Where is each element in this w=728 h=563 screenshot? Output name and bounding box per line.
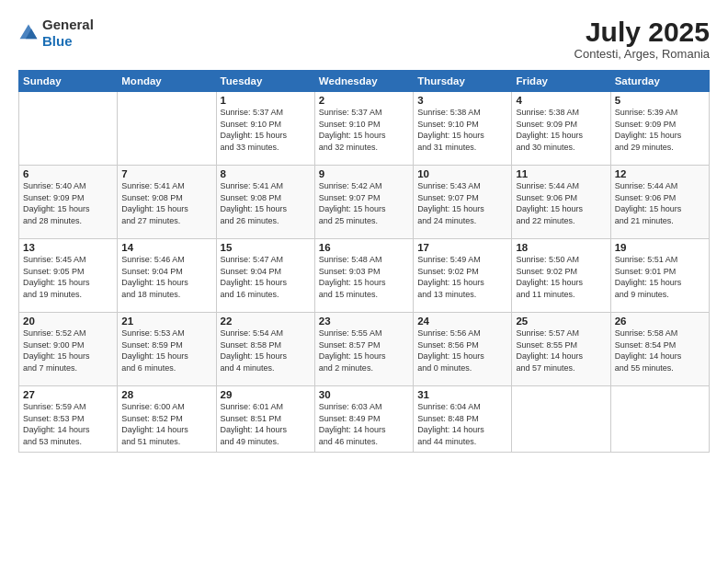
- table-row: [610, 386, 709, 453]
- day-number: 29: [221, 389, 311, 400]
- day-info: Sunrise: 5:58 AM Sunset: 8:54 PM Dayligh…: [615, 327, 705, 373]
- logo-blue: Blue: [42, 33, 73, 49]
- table-row: 21Sunrise: 5:53 AM Sunset: 8:59 PM Dayli…: [118, 313, 216, 386]
- day-info: Sunrise: 6:03 AM Sunset: 8:49 PM Dayligh…: [319, 401, 409, 447]
- table-row: 23Sunrise: 5:55 AM Sunset: 8:57 PM Dayli…: [314, 313, 413, 386]
- logo: General Blue: [18, 17, 94, 50]
- day-number: 23: [319, 316, 409, 327]
- day-number: 6: [23, 168, 113, 179]
- day-number: 30: [319, 389, 409, 400]
- day-number: 21: [121, 316, 211, 327]
- logo-icon: [18, 23, 39, 43]
- day-info: Sunrise: 5:41 AM Sunset: 9:08 PM Dayligh…: [121, 180, 211, 226]
- logo-text: General Blue: [42, 17, 94, 50]
- table-row: 15Sunrise: 5:47 AM Sunset: 9:04 PM Dayli…: [216, 239, 314, 313]
- day-info: Sunrise: 5:44 AM Sunset: 9:06 PM Dayligh…: [615, 180, 705, 226]
- location: Contesti, Arges, Romania: [574, 47, 710, 61]
- col-friday: Friday: [512, 71, 610, 92]
- table-row: 3Sunrise: 5:38 AM Sunset: 9:10 PM Daylig…: [414, 92, 512, 166]
- day-number: 5: [615, 95, 705, 106]
- day-info: Sunrise: 5:55 AM Sunset: 8:57 PM Dayligh…: [319, 327, 409, 373]
- day-number: 1: [221, 95, 311, 106]
- calendar-week-row: 6Sunrise: 5:40 AM Sunset: 9:09 PM Daylig…: [19, 166, 710, 239]
- table-row: 27Sunrise: 5:59 AM Sunset: 8:53 PM Dayli…: [19, 386, 118, 453]
- day-info: Sunrise: 5:45 AM Sunset: 9:05 PM Dayligh…: [23, 254, 113, 300]
- day-info: Sunrise: 5:37 AM Sunset: 9:10 PM Dayligh…: [319, 107, 409, 153]
- title-block: July 2025 Contesti, Arges, Romania: [574, 17, 710, 61]
- day-number: 14: [121, 242, 211, 253]
- table-row: 12Sunrise: 5:44 AM Sunset: 9:06 PM Dayli…: [610, 166, 709, 239]
- day-number: 27: [23, 389, 113, 400]
- day-info: Sunrise: 5:37 AM Sunset: 9:10 PM Dayligh…: [221, 107, 311, 153]
- table-row: 1Sunrise: 5:37 AM Sunset: 9:10 PM Daylig…: [216, 92, 314, 166]
- day-info: Sunrise: 6:04 AM Sunset: 8:48 PM Dayligh…: [417, 401, 507, 447]
- day-info: Sunrise: 5:43 AM Sunset: 9:07 PM Dayligh…: [417, 180, 507, 226]
- day-info: Sunrise: 5:42 AM Sunset: 9:07 PM Dayligh…: [319, 180, 409, 226]
- table-row: [19, 92, 118, 166]
- table-row: 8Sunrise: 5:41 AM Sunset: 9:08 PM Daylig…: [216, 166, 314, 239]
- table-row: 22Sunrise: 5:54 AM Sunset: 8:58 PM Dayli…: [216, 313, 314, 386]
- day-info: Sunrise: 6:00 AM Sunset: 8:52 PM Dayligh…: [121, 401, 211, 447]
- day-info: Sunrise: 5:47 AM Sunset: 9:04 PM Dayligh…: [221, 254, 311, 300]
- logo-general: General: [42, 17, 94, 32]
- day-number: 4: [516, 95, 606, 106]
- day-number: 8: [221, 168, 311, 179]
- table-row: 16Sunrise: 5:48 AM Sunset: 9:03 PM Dayli…: [314, 239, 413, 313]
- col-tuesday: Tuesday: [216, 71, 314, 92]
- page: General Blue July 2025 Contesti, Arges, …: [0, 0, 728, 563]
- day-number: 16: [319, 242, 409, 253]
- day-number: 13: [23, 242, 113, 253]
- table-row: 5Sunrise: 5:39 AM Sunset: 9:09 PM Daylig…: [610, 92, 709, 166]
- col-wednesday: Wednesday: [314, 71, 413, 92]
- table-row: 24Sunrise: 5:56 AM Sunset: 8:56 PM Dayli…: [414, 313, 512, 386]
- day-info: Sunrise: 5:51 AM Sunset: 9:01 PM Dayligh…: [615, 254, 705, 300]
- table-row: [512, 386, 610, 453]
- calendar-week-row: 20Sunrise: 5:52 AM Sunset: 9:00 PM Dayli…: [19, 313, 710, 386]
- day-info: Sunrise: 5:50 AM Sunset: 9:02 PM Dayligh…: [516, 254, 606, 300]
- day-info: Sunrise: 5:52 AM Sunset: 9:00 PM Dayligh…: [23, 327, 113, 373]
- day-number: 25: [516, 316, 606, 327]
- day-info: Sunrise: 5:46 AM Sunset: 9:04 PM Dayligh…: [121, 254, 211, 300]
- day-number: 2: [319, 95, 409, 106]
- table-row: 30Sunrise: 6:03 AM Sunset: 8:49 PM Dayli…: [314, 386, 413, 453]
- table-row: 14Sunrise: 5:46 AM Sunset: 9:04 PM Dayli…: [118, 239, 216, 313]
- day-number: 26: [615, 316, 705, 327]
- day-info: Sunrise: 5:40 AM Sunset: 9:09 PM Dayligh…: [23, 180, 113, 226]
- day-number: 20: [23, 316, 113, 327]
- day-info: Sunrise: 5:56 AM Sunset: 8:56 PM Dayligh…: [417, 327, 507, 373]
- day-number: 28: [121, 389, 211, 400]
- table-row: 17Sunrise: 5:49 AM Sunset: 9:02 PM Dayli…: [414, 239, 512, 313]
- day-info: Sunrise: 5:53 AM Sunset: 8:59 PM Dayligh…: [121, 327, 211, 373]
- day-info: Sunrise: 5:54 AM Sunset: 8:58 PM Dayligh…: [221, 327, 311, 373]
- table-row: 2Sunrise: 5:37 AM Sunset: 9:10 PM Daylig…: [314, 92, 413, 166]
- day-number: 24: [417, 316, 507, 327]
- table-row: 10Sunrise: 5:43 AM Sunset: 9:07 PM Dayli…: [414, 166, 512, 239]
- day-number: 22: [221, 316, 311, 327]
- col-monday: Monday: [118, 71, 216, 92]
- calendar-week-row: 13Sunrise: 5:45 AM Sunset: 9:05 PM Dayli…: [19, 239, 710, 313]
- day-number: 17: [417, 242, 507, 253]
- day-info: Sunrise: 5:39 AM Sunset: 9:09 PM Dayligh…: [615, 107, 705, 153]
- table-row: 18Sunrise: 5:50 AM Sunset: 9:02 PM Dayli…: [512, 239, 610, 313]
- table-row: 13Sunrise: 5:45 AM Sunset: 9:05 PM Dayli…: [19, 239, 118, 313]
- day-number: 9: [319, 168, 409, 179]
- day-number: 18: [516, 242, 606, 253]
- col-saturday: Saturday: [610, 71, 709, 92]
- table-row: 11Sunrise: 5:44 AM Sunset: 9:06 PM Dayli…: [512, 166, 610, 239]
- day-info: Sunrise: 5:57 AM Sunset: 8:55 PM Dayligh…: [516, 327, 606, 373]
- day-info: Sunrise: 5:59 AM Sunset: 8:53 PM Dayligh…: [23, 401, 113, 447]
- day-number: 11: [516, 168, 606, 179]
- day-info: Sunrise: 5:44 AM Sunset: 9:06 PM Dayligh…: [516, 180, 606, 226]
- table-row: 19Sunrise: 5:51 AM Sunset: 9:01 PM Dayli…: [610, 239, 709, 313]
- day-number: 3: [417, 95, 507, 106]
- day-info: Sunrise: 6:01 AM Sunset: 8:51 PM Dayligh…: [221, 401, 311, 447]
- table-row: 29Sunrise: 6:01 AM Sunset: 8:51 PM Dayli…: [216, 386, 314, 453]
- day-info: Sunrise: 5:41 AM Sunset: 9:08 PM Dayligh…: [221, 180, 311, 226]
- day-number: 10: [417, 168, 507, 179]
- table-row: 7Sunrise: 5:41 AM Sunset: 9:08 PM Daylig…: [118, 166, 216, 239]
- day-info: Sunrise: 5:49 AM Sunset: 9:02 PM Dayligh…: [417, 254, 507, 300]
- table-row: 28Sunrise: 6:00 AM Sunset: 8:52 PM Dayli…: [118, 386, 216, 453]
- day-info: Sunrise: 5:38 AM Sunset: 9:09 PM Dayligh…: [516, 107, 606, 153]
- calendar-week-row: 1Sunrise: 5:37 AM Sunset: 9:10 PM Daylig…: [19, 92, 710, 166]
- header: General Blue July 2025 Contesti, Arges, …: [18, 17, 710, 61]
